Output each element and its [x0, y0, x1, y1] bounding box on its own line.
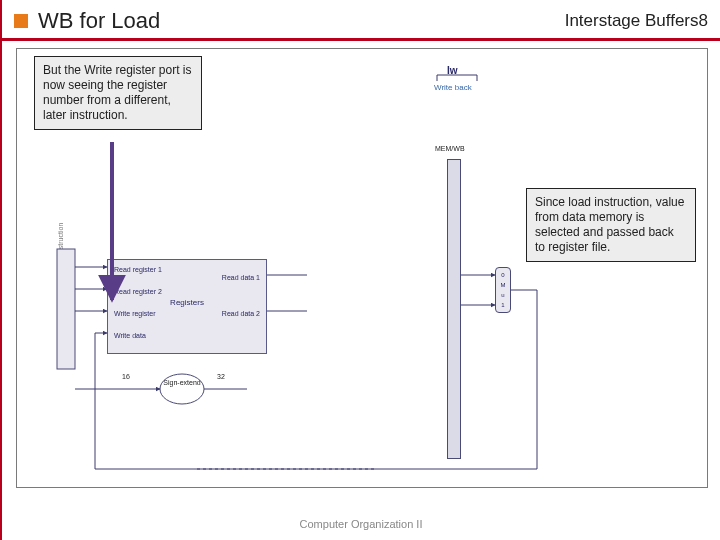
title-bullet-icon [14, 14, 28, 28]
page-number: 8 [699, 11, 708, 31]
slide-root: WB for Load Interstage Buffers 8 [0, 0, 720, 540]
title-underline [2, 38, 720, 41]
title-row: WB for Load Interstage Buffers 8 [14, 8, 708, 34]
slide-subtitle: Interstage Buffers [565, 11, 699, 31]
callout-left: But the Write register port is now seein… [34, 56, 202, 130]
slide-footer: Computer Organization II [2, 518, 720, 530]
svg-rect-0 [57, 249, 75, 369]
slide-title: WB for Load [38, 8, 565, 34]
callout-right: Since load instruction, value from data … [526, 188, 696, 262]
svg-point-4 [160, 374, 204, 404]
